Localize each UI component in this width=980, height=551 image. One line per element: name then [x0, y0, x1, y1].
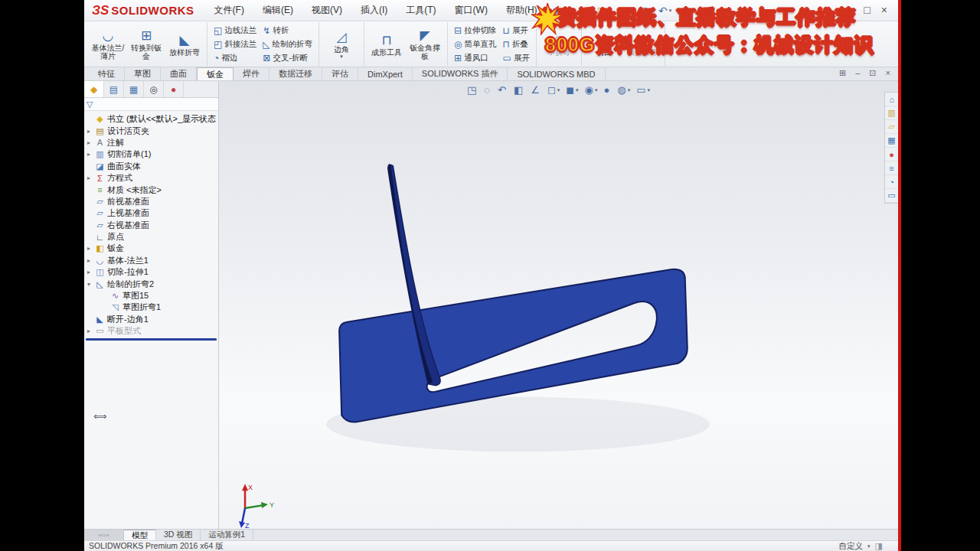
sheet-metal-model[interactable]: X Y Z: [219, 81, 898, 529]
dropdown-arrow-icon[interactable]: ▾: [588, 8, 591, 14]
unfold-icon[interactable]: ⊔ 展开: [500, 24, 531, 37]
open-icon[interactable]: ◫ ▾: [595, 4, 614, 18]
tree-item[interactable]: ∿ 草图15: [84, 290, 218, 302]
configuration-manager-tab-icon[interactable]: ▦: [124, 81, 144, 97]
lofted-bend-icon[interactable]: ◣ 放样折弯: [165, 31, 204, 57]
vent-icon[interactable]: ⊞ 通风口: [451, 51, 492, 65]
home-icon[interactable]: ⌂: [885, 93, 898, 106]
tree-item[interactable]: ▸ ▭ 平板型式: [84, 325, 218, 337]
dropdown-arrow-icon[interactable]: ▾: [669, 8, 672, 14]
expand-arrow-icon[interactable]: ▸: [87, 269, 95, 276]
expand-arrow-icon[interactable]: ▸: [87, 328, 95, 334]
dropdown-arrow-icon[interactable]: ▾: [688, 8, 691, 14]
display-manager-tab-icon[interactable]: ●: [164, 81, 184, 97]
cross-break-icon[interactable]: ⊠ 交叉-折断: [260, 51, 311, 65]
undo-icon[interactable]: ↶ ▾: [656, 4, 674, 18]
menu-item[interactable]: 工具(T): [397, 1, 445, 20]
doc-close-icon[interactable]: ×: [886, 68, 890, 78]
maximize-button-icon[interactable]: □: [864, 3, 870, 17]
command-tab[interactable]: DimXpert: [358, 67, 413, 80]
zoom-to-area-icon[interactable]: ◌: [482, 83, 494, 97]
dynamic-annotation-icon[interactable]: ∠: [528, 83, 544, 97]
menu-item[interactable]: 文件(F): [205, 1, 253, 20]
tree-item[interactable]: ◹ 草图折弯1: [84, 302, 218, 313]
viewport-grid-icon[interactable]: ⊞: [839, 68, 846, 78]
previous-view-icon[interactable]: ↶: [495, 83, 510, 97]
customize-menu[interactable]: 自定义: [839, 541, 864, 551]
expand-arrow-icon[interactable]: ▸: [87, 151, 95, 158]
tree-item[interactable]: ◣ 断开-边角1: [84, 314, 218, 325]
command-tab[interactable]: 数据迁移: [270, 67, 322, 80]
tree-item[interactable]: ▱ 上视基准面: [84, 207, 218, 219]
expand-arrow-icon[interactable]: ▸: [87, 128, 95, 135]
view-settings-icon[interactable]: ▭ ▾: [634, 83, 652, 97]
tab-scroll-buttons[interactable]: «‹›»: [84, 530, 124, 540]
sketched-bend-icon[interactable]: ◺ 绘制的折弯: [260, 37, 315, 51]
menu-item[interactable]: 视图(V): [302, 1, 351, 20]
dropdown-arrow-icon[interactable]: ▾: [649, 8, 652, 14]
expand-arrow-icon[interactable]: ▾: [87, 281, 95, 288]
forum-icon[interactable]: ◔: [885, 175, 898, 189]
rollback-bar[interactable]: [86, 338, 217, 341]
tree-item[interactable]: ≡ 材质 <未指定>: [84, 184, 218, 195]
design-library-icon[interactable]: ▥: [885, 106, 898, 120]
dropdown-arrow-icon[interactable]: ▾: [629, 8, 632, 14]
tree-item[interactable]: ◪ 曲面实体: [84, 161, 218, 172]
hide-show-items-icon[interactable]: ◉ ▾: [583, 83, 600, 97]
edge-flange-icon[interactable]: ◱ 边线法兰: [211, 24, 260, 37]
dimxpert-manager-tab-icon[interactable]: ◎: [144, 81, 164, 97]
apply-scene-icon[interactable]: ◍ ▾: [615, 83, 632, 97]
view-palette-icon[interactable]: ▦: [885, 134, 898, 148]
section-view-icon[interactable]: ◧: [511, 83, 527, 97]
miter-flange-icon[interactable]: ◰ 斜接法兰: [211, 37, 260, 51]
tree-item[interactable]: ▸ ▤ 设计活页夹: [84, 125, 218, 136]
dropdown-arrow-icon[interactable]: ▾: [557, 87, 560, 93]
pin-icon[interactable]: ✱: [547, 5, 567, 16]
flatten-icon[interactable]: ▭ 展开: [500, 51, 533, 65]
base-flange-icon[interactable]: ◡ 基体法兰/薄片: [89, 27, 127, 61]
dropdown-arrow-icon[interactable]: ▾: [576, 87, 579, 93]
display-style-icon[interactable]: ◼ ▾: [564, 83, 580, 97]
tree-filter[interactable]: ▽: [84, 98, 218, 111]
expand-arrow-icon[interactable]: ▸: [87, 174, 95, 181]
corner-icon[interactable]: ◿ 边角 ▾: [322, 28, 361, 60]
close-button-icon[interactable]: ×: [881, 3, 887, 17]
custom-properties-icon[interactable]: ≡: [885, 161, 898, 175]
menu-item[interactable]: 插入(I): [351, 1, 397, 20]
feature-manager-tab-icon[interactable]: ◆: [84, 81, 104, 97]
select-arrow-icon[interactable]: ▻ ▾: [675, 4, 692, 18]
command-tab[interactable]: 评估: [322, 67, 358, 80]
rip-icon[interactable]: ◆ 切口: [585, 31, 623, 57]
rebuild-icon[interactable]: ◉: [694, 4, 709, 18]
tree-root-item[interactable]: ◆ 书立 (默认<<默认>_显示状态 1>): [84, 113, 218, 125]
tag-icon[interactable]: ◨: [875, 541, 883, 551]
menu-item[interactable]: 窗口(W): [446, 1, 497, 20]
tree-item[interactable]: ▱ 右视基准面: [84, 220, 218, 231]
menu-item[interactable]: 帮助(H): [497, 1, 547, 20]
dropdown-arrow-icon[interactable]: ▾: [628, 87, 631, 93]
tree-item[interactable]: ▸ ◧ 钣金: [84, 243, 218, 254]
command-tab[interactable]: 曲面: [161, 67, 197, 80]
zoom-to-fit-icon[interactable]: ◳: [465, 83, 480, 97]
print-icon[interactable]: ▤ ▾: [635, 4, 655, 18]
simple-hole-icon[interactable]: ◎ 简单直孔: [451, 37, 499, 51]
dropdown-arrow-icon[interactable]: ▾: [867, 543, 871, 549]
expand-arrow-icon[interactable]: ▸: [87, 139, 95, 146]
dropdown-arrow-icon[interactable]: ▾: [609, 8, 612, 14]
comment-icon[interactable]: ▭: [885, 189, 898, 203]
insert-bends-icon[interactable]: ↩ 插入折弯: [623, 31, 662, 57]
command-tab[interactable]: 钣金: [197, 67, 234, 80]
appearances-icon[interactable]: ●: [885, 148, 898, 161]
dropdown-arrow-icon[interactable]: ▾: [595, 87, 598, 93]
tree-item[interactable]: ▸ Σ 方程式: [84, 172, 218, 184]
command-tab[interactable]: 特征: [89, 67, 125, 80]
command-tab[interactable]: 草图: [125, 67, 161, 80]
expand-arrow-icon[interactable]: ▸: [87, 257, 95, 264]
forming-tool-icon[interactable]: ⊓ 成形工具: [368, 31, 406, 57]
no-bends-icon[interactable]: ⊘ 不折弯: [540, 31, 578, 57]
tree-item[interactable]: ▾ ◺ 绘制的折弯2: [84, 278, 218, 289]
convert-to-sheet-metal-icon[interactable]: ⊞ 转换到钣金: [127, 27, 165, 61]
command-tab[interactable]: 焊件: [234, 67, 270, 80]
fold-icon[interactable]: ⊓ 折叠: [500, 37, 531, 51]
command-tab[interactable]: SOLIDWORKS 插件: [413, 67, 508, 80]
